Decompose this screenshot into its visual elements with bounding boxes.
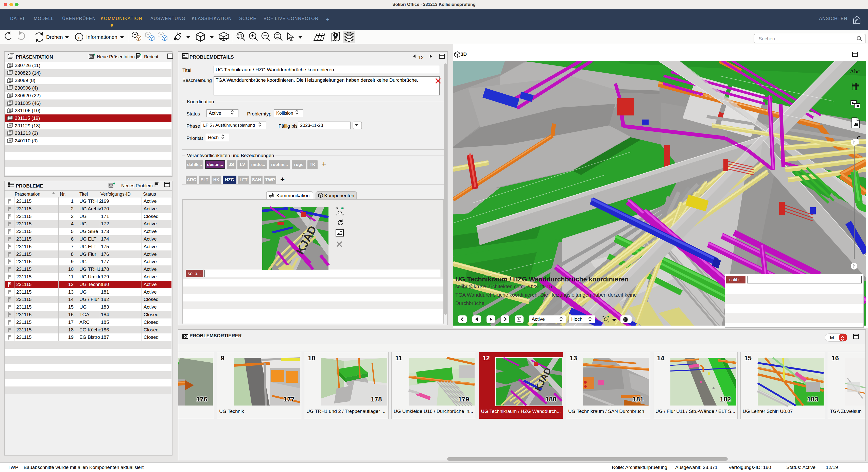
- svg-text:i: i: [78, 34, 80, 40]
- svg-text:Drehen: Drehen: [46, 34, 63, 40]
- svg-text:Informationen: Informationen: [86, 34, 117, 40]
